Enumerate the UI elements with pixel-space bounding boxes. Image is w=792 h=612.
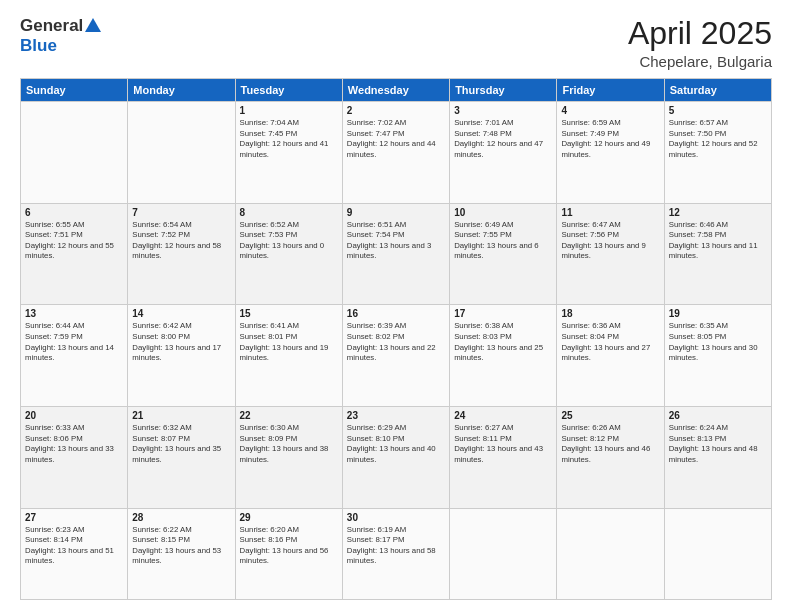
table-row: 5Sunrise: 6:57 AM Sunset: 7:50 PM Daylig… <box>664 102 771 204</box>
day-detail: Sunrise: 6:26 AM Sunset: 8:12 PM Dayligh… <box>561 423 659 465</box>
table-row: 27Sunrise: 6:23 AM Sunset: 8:14 PM Dayli… <box>21 508 128 599</box>
day-number: 27 <box>25 512 123 523</box>
day-number: 15 <box>240 308 338 319</box>
day-number: 25 <box>561 410 659 421</box>
day-detail: Sunrise: 6:44 AM Sunset: 7:59 PM Dayligh… <box>25 321 123 363</box>
day-number: 8 <box>240 207 338 218</box>
day-detail: Sunrise: 6:54 AM Sunset: 7:52 PM Dayligh… <box>132 220 230 262</box>
day-number: 12 <box>669 207 767 218</box>
col-thursday: Thursday <box>450 79 557 102</box>
day-number: 22 <box>240 410 338 421</box>
day-number: 10 <box>454 207 552 218</box>
day-detail: Sunrise: 6:47 AM Sunset: 7:56 PM Dayligh… <box>561 220 659 262</box>
day-detail: Sunrise: 6:19 AM Sunset: 8:17 PM Dayligh… <box>347 525 445 567</box>
day-detail: Sunrise: 6:57 AM Sunset: 7:50 PM Dayligh… <box>669 118 767 160</box>
day-detail: Sunrise: 6:41 AM Sunset: 8:01 PM Dayligh… <box>240 321 338 363</box>
day-number: 9 <box>347 207 445 218</box>
day-number: 2 <box>347 105 445 116</box>
day-detail: Sunrise: 6:23 AM Sunset: 8:14 PM Dayligh… <box>25 525 123 567</box>
logo-triangle-icon <box>85 18 101 32</box>
day-detail: Sunrise: 6:20 AM Sunset: 8:16 PM Dayligh… <box>240 525 338 567</box>
col-sunday: Sunday <box>21 79 128 102</box>
day-detail: Sunrise: 7:01 AM Sunset: 7:48 PM Dayligh… <box>454 118 552 160</box>
header: General Blue April 2025 Chepelare, Bulga… <box>20 16 772 70</box>
day-detail: Sunrise: 6:55 AM Sunset: 7:51 PM Dayligh… <box>25 220 123 262</box>
table-row: 6Sunrise: 6:55 AM Sunset: 7:51 PM Daylig… <box>21 203 128 305</box>
day-detail: Sunrise: 6:36 AM Sunset: 8:04 PM Dayligh… <box>561 321 659 363</box>
table-row: 12Sunrise: 6:46 AM Sunset: 7:58 PM Dayli… <box>664 203 771 305</box>
col-monday: Monday <box>128 79 235 102</box>
col-wednesday: Wednesday <box>342 79 449 102</box>
day-detail: Sunrise: 6:24 AM Sunset: 8:13 PM Dayligh… <box>669 423 767 465</box>
table-row <box>664 508 771 599</box>
day-detail: Sunrise: 6:39 AM Sunset: 8:02 PM Dayligh… <box>347 321 445 363</box>
table-row <box>557 508 664 599</box>
table-row: 30Sunrise: 6:19 AM Sunset: 8:17 PM Dayli… <box>342 508 449 599</box>
day-detail: Sunrise: 6:49 AM Sunset: 7:55 PM Dayligh… <box>454 220 552 262</box>
day-detail: Sunrise: 6:52 AM Sunset: 7:53 PM Dayligh… <box>240 220 338 262</box>
table-row: 15Sunrise: 6:41 AM Sunset: 8:01 PM Dayli… <box>235 305 342 407</box>
day-number: 19 <box>669 308 767 319</box>
day-number: 1 <box>240 105 338 116</box>
table-row: 26Sunrise: 6:24 AM Sunset: 8:13 PM Dayli… <box>664 407 771 509</box>
table-row: 18Sunrise: 6:36 AM Sunset: 8:04 PM Dayli… <box>557 305 664 407</box>
day-detail: Sunrise: 6:27 AM Sunset: 8:11 PM Dayligh… <box>454 423 552 465</box>
day-detail: Sunrise: 6:42 AM Sunset: 8:00 PM Dayligh… <box>132 321 230 363</box>
day-number: 16 <box>347 308 445 319</box>
day-number: 11 <box>561 207 659 218</box>
table-row: 10Sunrise: 6:49 AM Sunset: 7:55 PM Dayli… <box>450 203 557 305</box>
table-row <box>450 508 557 599</box>
day-number: 4 <box>561 105 659 116</box>
col-friday: Friday <box>557 79 664 102</box>
table-row: 22Sunrise: 6:30 AM Sunset: 8:09 PM Dayli… <box>235 407 342 509</box>
table-row: 23Sunrise: 6:29 AM Sunset: 8:10 PM Dayli… <box>342 407 449 509</box>
day-detail: Sunrise: 6:30 AM Sunset: 8:09 PM Dayligh… <box>240 423 338 465</box>
table-row: 17Sunrise: 6:38 AM Sunset: 8:03 PM Dayli… <box>450 305 557 407</box>
day-number: 17 <box>454 308 552 319</box>
calendar-header-row: Sunday Monday Tuesday Wednesday Thursday… <box>21 79 772 102</box>
table-row: 25Sunrise: 6:26 AM Sunset: 8:12 PM Dayli… <box>557 407 664 509</box>
day-detail: Sunrise: 6:29 AM Sunset: 8:10 PM Dayligh… <box>347 423 445 465</box>
day-detail: Sunrise: 6:32 AM Sunset: 8:07 PM Dayligh… <box>132 423 230 465</box>
day-number: 18 <box>561 308 659 319</box>
day-number: 21 <box>132 410 230 421</box>
table-row: 1Sunrise: 7:04 AM Sunset: 7:45 PM Daylig… <box>235 102 342 204</box>
table-row: 8Sunrise: 6:52 AM Sunset: 7:53 PM Daylig… <box>235 203 342 305</box>
table-row <box>128 102 235 204</box>
table-row: 14Sunrise: 6:42 AM Sunset: 8:00 PM Dayli… <box>128 305 235 407</box>
day-detail: Sunrise: 6:33 AM Sunset: 8:06 PM Dayligh… <box>25 423 123 465</box>
day-number: 7 <box>132 207 230 218</box>
table-row: 13Sunrise: 6:44 AM Sunset: 7:59 PM Dayli… <box>21 305 128 407</box>
day-number: 30 <box>347 512 445 523</box>
logo-general-text: General <box>20 16 83 36</box>
main-title: April 2025 <box>628 16 772 51</box>
day-detail: Sunrise: 7:04 AM Sunset: 7:45 PM Dayligh… <box>240 118 338 160</box>
day-detail: Sunrise: 6:38 AM Sunset: 8:03 PM Dayligh… <box>454 321 552 363</box>
day-number: 29 <box>240 512 338 523</box>
page: General Blue April 2025 Chepelare, Bulga… <box>0 0 792 612</box>
table-row: 29Sunrise: 6:20 AM Sunset: 8:16 PM Dayli… <box>235 508 342 599</box>
day-number: 28 <box>132 512 230 523</box>
day-number: 26 <box>669 410 767 421</box>
table-row <box>21 102 128 204</box>
table-row: 7Sunrise: 6:54 AM Sunset: 7:52 PM Daylig… <box>128 203 235 305</box>
table-row: 16Sunrise: 6:39 AM Sunset: 8:02 PM Dayli… <box>342 305 449 407</box>
table-row: 4Sunrise: 6:59 AM Sunset: 7:49 PM Daylig… <box>557 102 664 204</box>
day-number: 23 <box>347 410 445 421</box>
day-number: 24 <box>454 410 552 421</box>
table-row: 3Sunrise: 7:01 AM Sunset: 7:48 PM Daylig… <box>450 102 557 204</box>
table-row: 28Sunrise: 6:22 AM Sunset: 8:15 PM Dayli… <box>128 508 235 599</box>
table-row: 24Sunrise: 6:27 AM Sunset: 8:11 PM Dayli… <box>450 407 557 509</box>
table-row: 19Sunrise: 6:35 AM Sunset: 8:05 PM Dayli… <box>664 305 771 407</box>
table-row: 2Sunrise: 7:02 AM Sunset: 7:47 PM Daylig… <box>342 102 449 204</box>
day-number: 3 <box>454 105 552 116</box>
day-detail: Sunrise: 7:02 AM Sunset: 7:47 PM Dayligh… <box>347 118 445 160</box>
subtitle: Chepelare, Bulgaria <box>628 53 772 70</box>
table-row: 20Sunrise: 6:33 AM Sunset: 8:06 PM Dayli… <box>21 407 128 509</box>
title-block: April 2025 Chepelare, Bulgaria <box>628 16 772 70</box>
col-tuesday: Tuesday <box>235 79 342 102</box>
table-row: 9Sunrise: 6:51 AM Sunset: 7:54 PM Daylig… <box>342 203 449 305</box>
logo: General Blue <box>20 16 101 56</box>
table-row: 11Sunrise: 6:47 AM Sunset: 7:56 PM Dayli… <box>557 203 664 305</box>
day-detail: Sunrise: 6:35 AM Sunset: 8:05 PM Dayligh… <box>669 321 767 363</box>
